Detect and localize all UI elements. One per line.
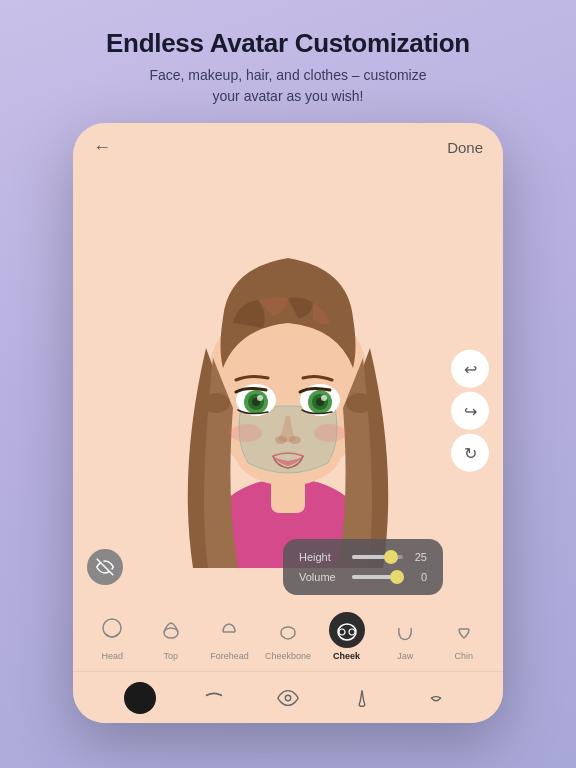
svg-point-17 [289,436,301,444]
back-button[interactable]: ← [93,137,111,158]
volume-label: Volume [299,571,344,583]
tab-cheekbone-label: Cheekbone [265,651,311,661]
svg-point-16 [275,436,287,444]
avatar-illustration [138,148,438,568]
svg-point-24 [338,624,356,640]
tab-head-label: Head [102,651,124,661]
tab-jaw-label: Jaw [397,651,413,661]
height-label: Height [299,551,344,563]
face-tabs: Head Top Forehead Cheekbone Cheek [73,601,503,671]
redo-button[interactable]: ↪ [451,392,489,430]
right-controls: ↩ ↪ ↻ [451,350,489,472]
svg-point-18 [230,424,262,442]
eye-icon[interactable] [272,682,304,714]
tab-forehead[interactable]: Forehead [200,612,259,661]
height-slider-row: Height 25 [299,551,427,563]
bottom-bar [73,671,503,723]
page-title: Endless Avatar Customization [106,28,470,59]
phone-card: ← Done [73,123,503,723]
face-icon[interactable] [124,682,156,714]
done-button[interactable]: Done [447,139,483,156]
svg-point-21 [103,619,121,637]
svg-point-22 [164,628,178,638]
svg-point-10 [257,395,263,401]
refresh-button[interactable]: ↻ [451,434,489,472]
tab-top[interactable]: Top [142,612,201,661]
volume-value: 0 [411,571,427,583]
top-bar: ← Done [73,123,503,171]
tab-cheekbone[interactable]: Cheekbone [259,612,318,661]
tab-head[interactable]: Head [83,612,142,661]
svg-point-26 [349,629,355,635]
page-header: Endless Avatar Customization Face, makeu… [66,0,510,123]
svg-point-28 [285,695,291,701]
volume-slider-row: Volume 0 [299,571,427,583]
undo-button[interactable]: ↩ [451,350,489,388]
height-value: 25 [411,551,427,563]
tab-chin-label: Chin [455,651,474,661]
svg-point-25 [339,629,345,635]
tab-cheek-label: Cheek [333,651,360,661]
tab-forehead-label: Forehead [210,651,249,661]
mouth-icon[interactable] [420,682,452,714]
avatar-area [73,123,503,593]
svg-point-15 [321,395,327,401]
svg-point-19 [314,424,346,442]
tab-chin[interactable]: Chin [434,612,493,661]
eyebrow-icon[interactable] [198,682,230,714]
tab-jaw[interactable]: Jaw [376,612,435,661]
volume-track[interactable] [352,575,403,579]
tab-top-label: Top [164,651,179,661]
nose-icon[interactable] [346,682,378,714]
svg-point-4 [202,393,230,413]
page-subtitle: Face, makeup, hair, and clothes – custom… [106,65,470,107]
height-track[interactable] [352,555,403,559]
tab-cheek[interactable]: Cheek [317,612,376,661]
sliders-panel: Height 25 Volume 0 [283,539,443,595]
svg-point-5 [346,393,374,413]
hide-button[interactable] [87,549,123,585]
